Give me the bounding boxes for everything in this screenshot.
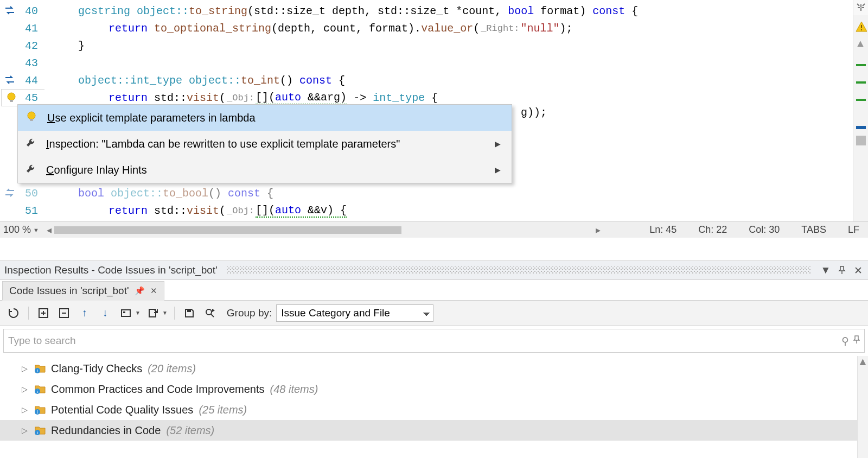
groupby-select[interactable]: Issue Category and File — [276, 304, 433, 322]
status-line: Ln: 45 — [649, 224, 676, 236]
error-stripe[interactable]: ▲ — [853, 0, 868, 238]
line-number: 50 — [20, 187, 44, 200]
svg-point-13 — [206, 309, 212, 315]
status-eol[interactable]: LF — [848, 224, 859, 236]
line-number: 51 — [20, 205, 44, 217]
chevron-down-icon: ▼ — [135, 310, 141, 316]
filter-icon[interactable] — [202, 305, 218, 321]
export-dropdown[interactable]: ▼ — [145, 305, 168, 321]
close-icon[interactable]: ✕ — [853, 265, 864, 276]
scroll-up-icon[interactable]: ▲ — [858, 356, 868, 367]
vertical-scrollbar[interactable]: ▲ — [857, 356, 868, 458]
folder-info-icon — [35, 364, 46, 373]
line-number: 45 — [21, 92, 44, 104]
search-options-icon[interactable]: ⚲ — [841, 335, 849, 347]
up-arrow-icon[interactable]: ↑ — [76, 305, 93, 321]
stripe-marker[interactable] — [856, 81, 866, 84]
inspection-results-window: Inspection Results - Code Issues in 'scr… — [0, 260, 868, 458]
export-icon — [145, 305, 161, 321]
svg-rect-10 — [123, 311, 125, 313]
tree-row[interactable]: ▷ Common Practices and Code Improvements… — [0, 379, 868, 399]
status-tabs[interactable]: TABS — [801, 224, 826, 236]
bulb-icon — [25, 111, 37, 125]
bulb-icon[interactable] — [2, 92, 21, 104]
pin-icon[interactable] — [837, 265, 847, 276]
settings-dropdown[interactable]: ▼ — [118, 305, 141, 321]
wrench-icon — [25, 137, 36, 151]
collapse-all-icon[interactable] — [56, 305, 72, 321]
swap-icon — [0, 5, 20, 17]
toolwindow-search[interactable]: ⚲ — [3, 329, 865, 353]
tab-code-issues[interactable]: Code Issues in 'script_bot' 📌 ✕ — [2, 281, 164, 301]
menu-item-explicit-template[interactable]: Use explicit template parameters in lamb… — [18, 105, 512, 131]
search-input[interactable] — [8, 335, 837, 347]
expander-icon[interactable]: ▷ — [22, 364, 29, 373]
expand-all-icon[interactable] — [35, 305, 52, 321]
window-menu-icon[interactable]: ▼ — [820, 265, 831, 276]
menu-item-label: Configure Inlay Hints — [46, 164, 485, 176]
settings-icon — [118, 305, 134, 321]
inlay-hint: _Obj: — [226, 93, 256, 103]
tree-row[interactable]: ▷ Clang-Tidy Checks (20 items) — [0, 358, 868, 379]
stripe-marker[interactable] — [856, 99, 866, 101]
swap-icon — [0, 74, 20, 86]
toolwindow-tabs: Code Issues in 'script_bot' 📌 ✕ — [0, 280, 868, 301]
line-number: 42 — [20, 40, 44, 52]
scroll-right-icon[interactable]: ▸ — [593, 225, 603, 235]
expander-icon[interactable]: ▷ — [22, 426, 29, 435]
scroll-up-icon[interactable]: ▲ — [857, 38, 864, 50]
pin-icon[interactable] — [853, 335, 860, 347]
stripe-marker[interactable] — [856, 136, 866, 145]
titlebar-grip[interactable] — [227, 266, 810, 274]
line-number: 44 — [20, 74, 44, 87]
tree-count: (48 items) — [270, 383, 318, 396]
tab-label: Code Issues in 'script_bot' — [9, 285, 129, 297]
inlay-hint: _Obj: — [226, 206, 256, 216]
scroll-left-icon[interactable]: ◂ — [44, 225, 54, 235]
folder-info-icon — [35, 425, 46, 435]
menu-item-configure-hints[interactable]: Configure Inlay Hints ▶ — [18, 157, 512, 183]
line-number: 41 — [20, 22, 44, 35]
tree-label: Clang-Tidy Checks — [51, 362, 142, 375]
code-fragment: g)); — [521, 106, 547, 119]
expander-icon[interactable]: ▷ — [22, 385, 29, 393]
toolwindow-titlebar[interactable]: Inspection Results - Code Issues in 'scr… — [0, 260, 868, 280]
line-number: 40 — [20, 5, 44, 17]
svg-rect-12 — [187, 309, 191, 312]
menu-item-label: Inspection: "Lambda can be rewritten to … — [46, 138, 485, 150]
save-icon[interactable] — [181, 305, 197, 321]
tree-row[interactable]: ▷ Potential Code Quality Issues (25 item… — [0, 399, 868, 420]
quickfix-menu[interactable]: Use explicit template parameters in lamb… — [17, 104, 512, 183]
folder-info-icon — [35, 405, 46, 415]
chevron-down-icon: ▼ — [162, 310, 168, 316]
wrench-icon — [25, 163, 36, 177]
horizontal-scrollbar[interactable]: ◂ ▸ — [44, 225, 603, 235]
menu-item-label: Use explicit template parameters in lamb… — [47, 112, 501, 124]
tree-label: Potential Code Quality Issues — [51, 404, 193, 416]
refresh-icon[interactable] — [5, 305, 22, 321]
submenu-arrow-icon: ▶ — [495, 139, 501, 148]
status-column: Col: 30 — [749, 224, 780, 236]
menu-item-inspection[interactable]: Inspection: "Lambda can be rewritten to … — [18, 131, 512, 157]
tree-count: (52 items) — [166, 424, 214, 437]
groupby-label: Group by: — [227, 307, 272, 319]
down-arrow-icon[interactable]: ↓ — [97, 305, 113, 321]
zoom-selector[interactable]: 100 %▼ — [0, 224, 44, 236]
close-icon[interactable]: ✕ — [150, 286, 157, 296]
warning-marker[interactable] — [855, 21, 867, 36]
inlay-hint: _Right: — [480, 23, 520, 34]
tree-label: Common Practices and Code Improvements — [51, 383, 265, 396]
expander-icon[interactable]: ▷ — [22, 405, 29, 414]
submenu-arrow-icon: ▶ — [495, 166, 501, 174]
code-line[interactable]: gcstring object::to_string(std::size_t d… — [44, 2, 868, 20]
tree-row[interactable]: ▷ Redundancies in Code (52 items) — [0, 420, 868, 441]
scrollbar-thumb[interactable] — [54, 226, 401, 234]
analyze-icon[interactable] — [853, 0, 868, 15]
stripe-marker[interactable] — [856, 64, 866, 66]
pin-icon[interactable]: 📌 — [135, 286, 145, 296]
stripe-marker[interactable] — [856, 126, 866, 129]
svg-rect-9 — [122, 310, 130, 316]
folder-info-icon — [35, 384, 46, 394]
editor-statusbar: 100 %▼ ◂ ▸ Ln: 45 Ch: 22 Col: 30 TABS LF — [0, 221, 868, 238]
issues-tree[interactable]: ▷ Clang-Tidy Checks (20 items) ▷ Common … — [0, 356, 868, 458]
